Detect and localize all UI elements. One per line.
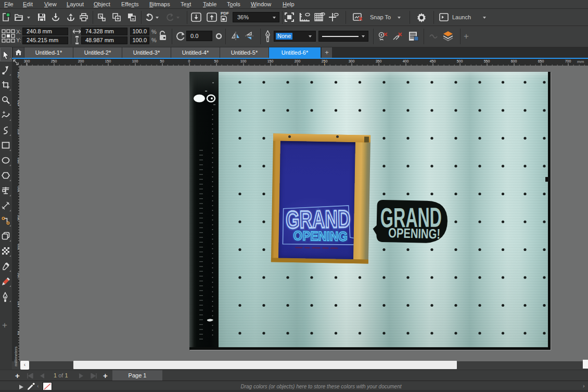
svg-text:OPENING!: OPENING! [388, 225, 441, 242]
svg-text:OPENING: OPENING [293, 228, 348, 244]
